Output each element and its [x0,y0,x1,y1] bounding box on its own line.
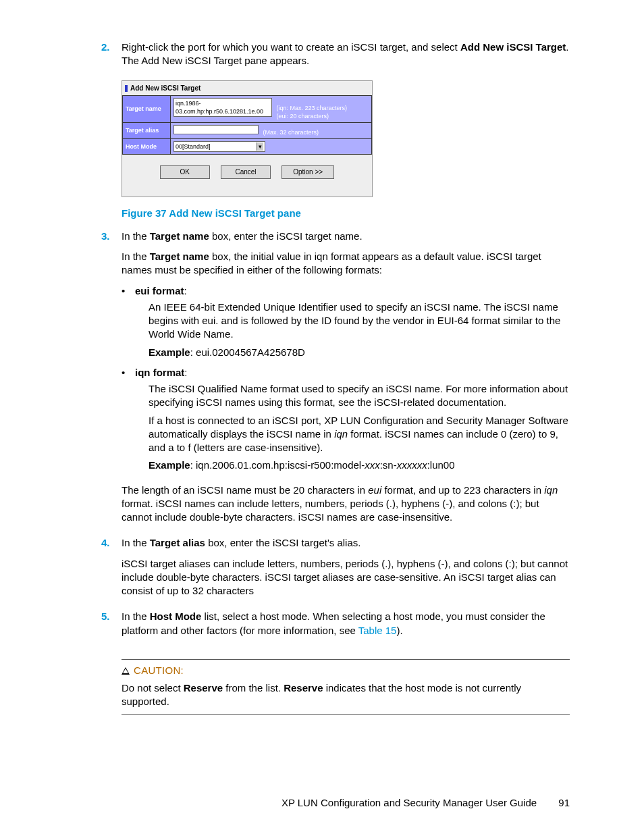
step-2: 2. Right-click the port for which you wa… [101,41,570,75]
table-15-link[interactable]: Table 15 [358,625,397,636]
bullet-mark: • [122,284,135,363]
iqn-format-title: iqn format [135,367,184,378]
step-3-line-1: In the Target name box, enter the iSCSI … [122,230,570,243]
target-name-label: Target name [123,96,171,123]
target-alias-hint: (Max. 32 characters) [263,129,319,136]
t: Host Mode [150,610,202,622]
add-new-iscsi-target-pane: Add New iSCSI Target Target name iqn.198… [122,80,373,197]
dialog-title-marker [125,85,128,92]
t: : [184,285,187,296]
bullet-eui: • eui format: An IEEE 64-bit Extended Un… [122,284,570,363]
step-3-number: 3. [101,230,122,531]
t: format, and up to 223 characters in [381,484,544,496]
target-alias-input[interactable] [173,125,259,134]
step-4-line-1: In the Target alias box, enter the iSCSI… [122,536,570,550]
t: xxxxxx [397,459,427,471]
t: In the [122,537,150,548]
target-name-input[interactable]: iqn.1986-03.com.hp:hp.r50.6.10281.1e.00 [173,98,272,117]
page-footer: XP LUN Configuration and Security Manage… [281,796,570,810]
t: Target name [150,251,209,262]
option-button[interactable]: Option >> [281,165,334,179]
ok-button[interactable]: OK [160,165,210,179]
caution-block: CAUTION: Do not select Reserve from the … [122,659,570,715]
target-alias-label: Target alias [123,122,171,138]
host-mode-value: 00[Standard] [176,143,211,150]
bullet-iqn: • iqn format: The iSCSI Qualified Name f… [122,366,570,477]
dialog-button-row: OK Cancel Option >> [122,155,372,197]
t: xxx [365,459,380,471]
step-3-line-2: In the Target name box, the initial valu… [122,250,570,278]
step-5-text: In the Host Mode list, select a host mod… [122,610,570,637]
t: : eui.02004567A425678D [190,346,305,358]
step-3: 3. In the Target name box, enter the iSC… [101,230,570,531]
step-4-line-2: iSCSI target aliases can include letters… [122,557,570,598]
figure-caption: Figure 37 Add New iSCSI Target pane [122,207,570,220]
t: from the list. [223,682,284,694]
t: :lun00 [427,459,455,471]
dialog-title-text: Add New iSCSI Target [130,84,200,92]
t: :sn- [380,459,397,471]
t: eui [368,484,381,496]
caution-icon [122,667,130,675]
target-name-hint-2: (eui: 20 characters) [277,113,329,120]
t: ). [396,625,402,636]
step-4-number: 4. [101,536,122,604]
t: In the [122,230,150,242]
t: box, enter the iSCSI target's alias. [205,537,360,548]
t: Target alias [150,537,205,548]
step-5: 5. In the Host Mode list, select a host … [101,610,570,644]
chevron-down-icon: ▾ [257,142,263,151]
t: : iqn.2006.01.com.hp:iscsi-r500:model- [190,459,365,471]
t: Example [149,346,190,358]
t: In the [122,610,150,622]
host-mode-select[interactable]: 00[Standard]▾ [173,141,265,152]
step-4: 4. In the Target alias box, enter the iS… [101,536,570,604]
host-mode-label: Host Mode [123,139,171,155]
t: format. iSCSI names can include letters,… [122,498,539,523]
t: Target name [150,230,209,242]
step-5-number: 5. [101,610,122,644]
iqn-format-desc-2: If a host is connected to an iSCSI port,… [149,414,570,455]
t: iqn [544,484,558,496]
footer-title: XP LUN Configuration and Security Manage… [281,797,537,808]
t: Example [149,459,190,471]
target-name-hint-1: (iqn: Max. 223 characters) [277,105,348,111]
t: box, enter the iSCSI target name. [209,230,363,242]
step-2-text: Right-click the port for which you want … [122,41,570,68]
step-2-number: 2. [101,41,122,75]
eui-format-example: Example: eui.02004567A425678D [149,346,570,359]
caution-heading: CAUTION: [122,664,570,677]
caution-body: Do not select Reserve from the list. Res… [122,681,570,709]
length-note: The length of an iSCSI name must be 20 c… [122,484,570,525]
step-2-text-a: Right-click the port for which you want … [122,41,460,53]
t: The length of an iSCSI name must be 20 c… [122,484,368,496]
bullet-mark: • [122,366,135,477]
caution-label: CAUTION: [134,664,184,676]
t: iqn [334,428,348,440]
dialog-title: Add New iSCSI Target [125,84,369,93]
step-2-bold: Add New iSCSI Target [460,41,566,53]
eui-format-title: eui format [135,285,184,296]
t: Reserve [284,682,323,694]
cancel-button[interactable]: Cancel [221,165,271,179]
t: : [184,367,187,378]
page-number: 91 [558,797,570,808]
eui-format-desc: An IEEE 64-bit Extended Unique Identifie… [149,301,570,342]
iqn-format-example: Example: iqn.2006.01.com.hp:iscsi-r500:m… [149,459,570,472]
iqn-format-desc-1: The iSCSI Qualified Name format used to … [149,382,570,410]
t: Do not select [122,682,184,694]
t: Reserve [184,682,223,694]
t: In the [122,251,150,262]
